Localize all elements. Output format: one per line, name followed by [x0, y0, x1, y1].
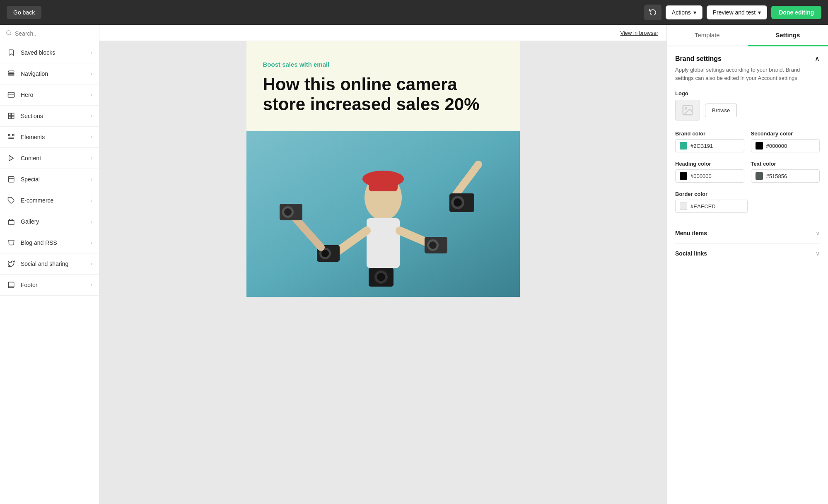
- view-in-browser-link[interactable]: View in browser: [620, 30, 658, 36]
- svg-rect-10: [12, 116, 14, 119]
- sidebar-item-label: Special: [21, 176, 40, 183]
- hero-icon: [7, 90, 16, 99]
- search-input[interactable]: [15, 30, 93, 37]
- chevron-right-icon: ›: [91, 71, 92, 77]
- right-panel: Template Settings Brand settings ∧ Apply…: [666, 25, 828, 504]
- right-panel-body: Brand settings ∧ Apply global settings a…: [667, 46, 828, 504]
- view-in-browser-bar: View in browser: [99, 25, 666, 41]
- text-color-input[interactable]: #515856: [751, 169, 820, 183]
- email-headline: How this online camera store increased s…: [263, 75, 503, 115]
- search-bar: [0, 25, 99, 42]
- footer-icon: [7, 280, 16, 289]
- svg-rect-7: [8, 113, 11, 116]
- gallery-icon: [7, 217, 16, 226]
- sidebar-item-content[interactable]: Content ›: [0, 148, 99, 169]
- chevron-right-icon: ›: [91, 198, 92, 203]
- border-color-swatch: [680, 203, 687, 210]
- done-editing-button[interactable]: Done editing: [771, 6, 821, 19]
- menu-items-label: Menu items: [675, 230, 707, 236]
- svg-point-0: [7, 31, 10, 34]
- topbar: Go back Actions ▾ Preview and test ▾ Don…: [0, 0, 828, 25]
- email-photo: [246, 131, 520, 297]
- svg-point-43: [284, 208, 292, 216]
- chevron-right-icon: ›: [91, 134, 92, 140]
- svg-rect-2: [8, 71, 14, 72]
- svg-point-39: [454, 198, 462, 207]
- blog-icon: [7, 238, 16, 247]
- secondary-color-field: Secondary color #000000: [751, 130, 820, 152]
- menu-items-section[interactable]: Menu items ∨: [675, 223, 820, 243]
- sidebar-item-label: Saved blocks: [21, 49, 55, 56]
- sidebar-item-label: Elements: [21, 134, 45, 140]
- bookmark-icon: [7, 48, 16, 57]
- brand-color-value: #2CB191: [690, 143, 713, 149]
- svg-marker-15: [9, 155, 14, 161]
- preview-chevron-icon: ▾: [758, 9, 761, 16]
- left-sidebar: Saved blocks › Navigation ›: [0, 25, 99, 504]
- svg-rect-25: [367, 218, 400, 268]
- svg-line-1: [10, 34, 11, 35]
- search-icon: [6, 30, 12, 37]
- actions-chevron-icon: ▾: [693, 9, 696, 16]
- logo-setting: Logo Browse: [675, 90, 820, 121]
- sidebar-item-label: Blog and RSS: [21, 239, 57, 246]
- navigation-icon: [7, 69, 16, 78]
- sidebar-item-special[interactable]: Special ›: [0, 169, 99, 190]
- svg-rect-5: [8, 92, 14, 97]
- sections-icon: [7, 111, 16, 121]
- special-icon: [7, 175, 16, 184]
- preview-test-button[interactable]: Preview and test ▾: [707, 5, 768, 19]
- tab-template[interactable]: Template: [667, 25, 748, 46]
- svg-rect-19: [8, 221, 14, 224]
- svg-rect-3: [8, 73, 14, 74]
- brand-settings-description: Apply global settings according to your …: [675, 66, 820, 82]
- email-preview: Boost sales with email How this online c…: [246, 41, 520, 297]
- brand-color-input[interactable]: #2CB191: [675, 139, 744, 152]
- sidebar-item-hero[interactable]: Hero ›: [0, 84, 99, 106]
- collapse-up-icon[interactable]: ∧: [815, 55, 820, 63]
- svg-rect-16: [8, 176, 14, 182]
- svg-point-35: [429, 241, 437, 249]
- right-panel-tabs: Template Settings: [667, 25, 828, 46]
- sidebar-item-sections[interactable]: Sections ›: [0, 106, 99, 127]
- chevron-down-icon: ∨: [816, 250, 820, 257]
- secondary-color-input[interactable]: #000000: [751, 139, 820, 152]
- ecommerce-icon: [7, 196, 16, 205]
- sidebar-item-blog-rss[interactable]: Blog and RSS ›: [0, 232, 99, 253]
- brand-color-field: Brand color #2CB191: [675, 130, 744, 152]
- secondary-color-swatch: [756, 142, 763, 150]
- brand-settings-title: Brand settings: [675, 55, 722, 63]
- go-back-button[interactable]: Go back: [7, 6, 41, 19]
- chevron-right-icon: ›: [91, 219, 92, 224]
- sidebar-item-label: Footer: [21, 282, 37, 288]
- text-color-value: #515856: [766, 173, 787, 179]
- social-links-section[interactable]: Social links ∨: [675, 243, 820, 263]
- history-button[interactable]: [644, 5, 661, 20]
- center-content: View in browser Boost sales with email H…: [99, 25, 666, 504]
- sidebar-item-gallery[interactable]: Gallery ›: [0, 211, 99, 232]
- sidebar-item-ecommerce[interactable]: E-commerce ›: [0, 190, 99, 211]
- social-icon: [7, 259, 16, 268]
- svg-point-46: [377, 273, 385, 281]
- actions-button[interactable]: Actions ▾: [666, 5, 702, 19]
- sidebar-item-social-sharing[interactable]: Social and sharing ›: [0, 253, 99, 275]
- sidebar-item-navigation[interactable]: Navigation ›: [0, 63, 99, 84]
- sidebar-item-footer[interactable]: Footer ›: [0, 275, 99, 296]
- text-color-field: Text color #515856: [751, 161, 820, 183]
- heading-color-input[interactable]: #000000: [675, 169, 744, 183]
- email-tag: Boost sales with email: [263, 61, 503, 68]
- social-links-label: Social links: [675, 250, 707, 257]
- browse-button[interactable]: Browse: [705, 104, 737, 117]
- brand-settings-header: Brand settings ∧: [675, 55, 820, 63]
- preview-label: Preview and test: [713, 9, 756, 16]
- chevron-right-icon: ›: [91, 261, 92, 267]
- chevron-right-icon: ›: [91, 113, 92, 119]
- sidebar-item-saved-blocks[interactable]: Saved blocks ›: [0, 42, 99, 63]
- heading-color-swatch: [680, 172, 687, 180]
- logo-area: Browse: [675, 100, 820, 121]
- border-color-input[interactable]: #EAECED: [675, 200, 748, 213]
- tab-settings[interactable]: Settings: [748, 25, 828, 46]
- sidebar-item-elements[interactable]: Elements ›: [0, 127, 99, 148]
- topbar-right: Actions ▾ Preview and test ▾ Done editin…: [644, 5, 821, 20]
- chevron-right-icon: ›: [91, 155, 92, 161]
